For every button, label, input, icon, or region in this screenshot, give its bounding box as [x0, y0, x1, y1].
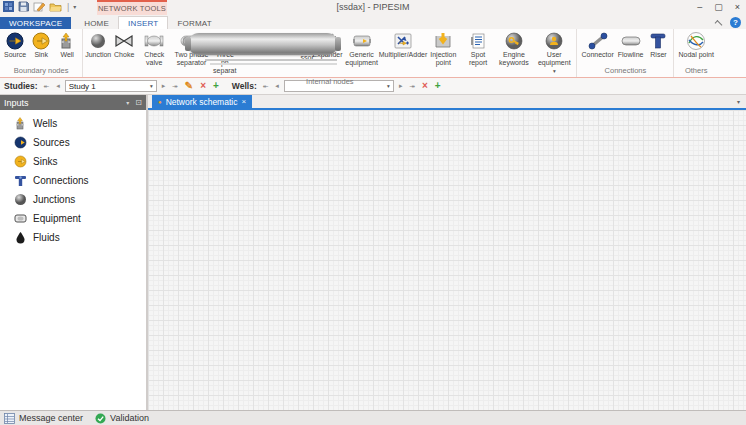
- maximize-button[interactable]: ▢: [714, 0, 723, 14]
- panel-menu-icon[interactable]: ▾: [126, 99, 129, 106]
- group-label-boundary-nodes: Boundary nodes: [2, 65, 80, 77]
- multiplier-adder-icon: [393, 31, 413, 51]
- engine-keywords-icon: [505, 31, 523, 51]
- fluids-icon: [14, 231, 27, 244]
- sink-icon: [32, 31, 50, 51]
- tab-insert[interactable]: INSERT: [118, 16, 168, 29]
- cylinder-shadow: [210, 63, 337, 65]
- inputs-panel-header: Inputs ▾ ⊡: [0, 95, 146, 110]
- wells-icon: [14, 117, 27, 130]
- tab-label: Network schematic: [166, 97, 238, 107]
- junctions-icon: [14, 193, 27, 206]
- generic-equipment-icon: [352, 31, 372, 51]
- user-equipment-dropdown-icon: ▾: [553, 68, 556, 74]
- collapse-ribbon-icon[interactable]: [715, 20, 723, 28]
- injection-point-icon: [433, 31, 453, 51]
- multiplier-adder-button[interactable]: Multiplier/Adder: [382, 30, 424, 60]
- ribbon-insert: Source Sink Well Boundary nodes Junction: [0, 29, 746, 78]
- engine-keywords-button[interactable]: Engine keywords: [494, 30, 534, 68]
- group-label-connections: Connections: [579, 65, 671, 77]
- main-area: Inputs ▾ ⊡ Wells Sources Sinks: [0, 95, 746, 410]
- ribbon-group-boundary-nodes: Source Sink Well Boundary nodes: [0, 29, 83, 77]
- studies-label: Studies:: [4, 81, 38, 91]
- ribbon-group-others: Nodal point Others: [674, 29, 717, 77]
- ribbon-tab-row: WORKSPACE HOME INSERT FORMAT ?: [0, 15, 746, 29]
- contextual-tab-network-tools: NETWORK TOOLS: [97, 0, 167, 15]
- status-bar: Message center Validation: [0, 410, 746, 425]
- oversized-separator-graphic: [188, 33, 338, 55]
- tab-home[interactable]: HOME: [75, 17, 118, 29]
- sources-icon: [14, 136, 27, 149]
- validation-button[interactable]: Validation: [95, 413, 149, 424]
- pipesim-window: | ▾ [ssdax] - PIPESIM NETWORK TOOLS – ▢ …: [0, 0, 746, 425]
- title-bar: | ▾ [ssdax] - PIPESIM NETWORK TOOLS – ▢ …: [0, 0, 746, 15]
- junction-button[interactable]: Junction: [85, 30, 111, 60]
- unsaved-dot-icon: ●: [158, 99, 162, 105]
- group-label-internal-nodes: Internal nodes: [85, 76, 574, 88]
- connector-button[interactable]: Connector: [579, 30, 615, 60]
- connector-icon: [588, 31, 608, 51]
- cylinder-shadow: [205, 59, 337, 61]
- validation-check-icon: [95, 413, 106, 424]
- inputs-tree: Wells Sources Sinks Connections Junction…: [0, 110, 146, 247]
- riser-button[interactable]: Riser: [645, 30, 671, 60]
- tab-close-icon[interactable]: ×: [241, 97, 246, 106]
- junction-icon: [90, 31, 106, 51]
- source-button[interactable]: Source: [2, 30, 28, 60]
- message-center-button[interactable]: Message center: [4, 413, 83, 424]
- well-icon: [58, 31, 76, 51]
- ribbon-group-connections: Connector Flowline Riser Connections: [577, 29, 674, 77]
- flowline-button[interactable]: Flowline: [616, 30, 646, 60]
- nodal-point-icon: [686, 31, 706, 51]
- tree-item-junctions[interactable]: Junctions: [14, 190, 146, 209]
- check-valve-button[interactable]: Check valve: [137, 30, 171, 68]
- nodal-point-button[interactable]: Nodal point: [676, 30, 715, 60]
- injection-point-button[interactable]: Injection point: [424, 30, 462, 68]
- tree-item-sinks[interactable]: Sinks: [14, 152, 146, 171]
- schematic-editor: ● Network schematic × ▾: [148, 95, 746, 410]
- spot-report-icon: [469, 31, 487, 51]
- user-equipment-button[interactable]: User equipment ▾: [534, 30, 574, 76]
- tab-network-schematic[interactable]: ● Network schematic ×: [152, 95, 252, 108]
- well-button[interactable]: Well: [54, 30, 80, 60]
- network-schematic-canvas[interactable]: [148, 110, 746, 410]
- tree-item-equipment[interactable]: Equipment: [14, 209, 146, 228]
- connections-icon: [14, 174, 27, 187]
- inputs-panel-title: Inputs: [4, 98, 29, 108]
- inputs-panel: Inputs ▾ ⊡ Wells Sources Sinks: [0, 95, 148, 410]
- message-center-icon: [4, 413, 15, 424]
- help-icon[interactable]: ?: [730, 17, 741, 28]
- sinks-icon: [14, 155, 27, 168]
- choke-icon: [115, 31, 133, 51]
- group-label-others: Others: [676, 65, 715, 77]
- studies-prev-button[interactable]: ◂: [54, 80, 62, 92]
- source-icon: [6, 31, 24, 51]
- tree-item-wells[interactable]: Wells: [14, 114, 146, 133]
- tree-item-connections[interactable]: Connections: [14, 171, 146, 190]
- equipment-icon: [14, 212, 27, 225]
- check-valve-icon: [144, 31, 164, 51]
- tree-item-sources[interactable]: Sources: [14, 133, 146, 152]
- spot-report-button[interactable]: Spot report: [462, 30, 493, 68]
- panel-pin-icon[interactable]: ⊡: [135, 98, 142, 107]
- sink-button[interactable]: Sink: [28, 30, 54, 60]
- document-tab-strip: ● Network schematic × ▾: [148, 95, 746, 110]
- tab-list-dropdown-icon[interactable]: ▾: [737, 98, 740, 105]
- studies-first-button[interactable]: ⯬: [42, 80, 52, 92]
- generic-equipment-button[interactable]: Generic equipment: [341, 30, 381, 68]
- riser-icon: [649, 31, 667, 51]
- choke-button[interactable]: Choke: [111, 30, 137, 60]
- window-controls: – ▢ ×: [697, 0, 740, 14]
- minimize-button[interactable]: –: [697, 0, 702, 14]
- flowline-icon: [620, 31, 642, 51]
- close-button[interactable]: ×: [735, 0, 740, 14]
- user-equipment-icon: [545, 31, 563, 51]
- tab-workspace[interactable]: WORKSPACE: [0, 17, 71, 29]
- tree-item-fluids[interactable]: Fluids: [14, 228, 146, 247]
- tab-format[interactable]: FORMAT: [168, 17, 220, 29]
